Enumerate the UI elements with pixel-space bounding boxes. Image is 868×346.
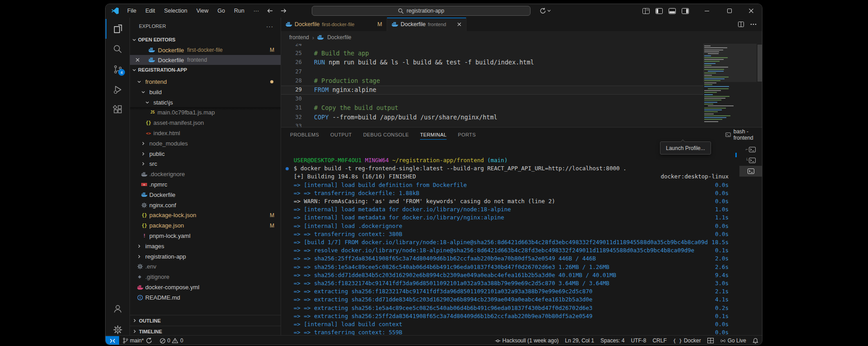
run-and-debug-icon: [112, 84, 123, 95]
terminal-line: => => sha256:dd71dde834b5c203d162902e6b8…: [294, 272, 729, 280]
tree-item-asset-manifest.json[interactable]: {}asset-manifest.json: [130, 118, 281, 128]
scm-badge: 4: [118, 69, 125, 76]
menu-selection[interactable]: Selection: [160, 4, 192, 18]
explorer-actions-button[interactable]: ···: [266, 18, 273, 35]
nav-back-icon[interactable]: [267, 4, 273, 18]
toggle-sidebar-left-icon: [656, 8, 663, 14]
code-editor[interactable]: 2425# Build the app26RUN npm run build &…: [281, 44, 762, 127]
tree-item-registration-app[interactable]: registration-app: [130, 251, 281, 262]
chevron-collapsed-icon: [141, 162, 145, 166]
breadcrumb-file[interactable]: Dockerfile: [327, 34, 351, 41]
tree-item-index.html[interactable]: <>index.html: [130, 128, 281, 138]
tree-item-docker-compose.yml[interactable]: docker-compose.yml: [130, 282, 281, 292]
activitybar-explorer[interactable]: [106, 19, 129, 39]
editor-tab-first-docker-file[interactable]: Dockerfilefirst-docker-fileM: [281, 18, 387, 31]
tree-item-.gitignore[interactable]: .gitignore: [130, 272, 281, 282]
tree-item-frontend[interactable]: frontend: [130, 77, 281, 87]
remote-indicator[interactable]: [106, 336, 119, 345]
tab-close-icon[interactable]: [457, 22, 462, 27]
tree-item-staticjs[interactable]: static\js: [130, 97, 281, 108]
activitybar-extensions[interactable]: [106, 100, 129, 120]
activitybar-search[interactable]: [106, 39, 129, 59]
status-cursor-position[interactable]: Ln 29, Col 1: [565, 337, 594, 344]
tree-item-.npmrc[interactable]: n.npmrc: [130, 179, 281, 190]
chevron-expanded-icon: [132, 68, 136, 72]
sync-branch-button[interactable]: [540, 4, 551, 18]
section-workspace[interactable]: REGISTRATION-APP: [130, 65, 281, 75]
tree-item-pnpm-lock.yaml[interactable]: !pnpm-lock.yaml: [130, 231, 281, 241]
terminal-line: => => extracting sha256:f18232174bc91741…: [294, 288, 729, 296]
nav-forward-icon[interactable]: [280, 4, 287, 18]
npm-file-icon: n: [141, 182, 147, 187]
terminal-line: => => extracting sha256:dd71dde834b5c203…: [294, 296, 729, 304]
status-eol[interactable]: CRLF: [652, 337, 666, 344]
open-editor-first-docker-file[interactable]: Dockerfilefirst-docker-fileM: [130, 45, 281, 55]
close-icon: [135, 58, 140, 62]
tree-item-nodemodules[interactable]: node_modules: [130, 138, 281, 149]
menu-view[interactable]: View: [192, 4, 213, 18]
menu-run[interactable]: Run: [230, 4, 249, 18]
tree-item-.env[interactable]: .env: [130, 261, 281, 272]
status-go-live[interactable]: Go Live: [720, 337, 746, 344]
section-outline[interactable]: OUTLINE: [130, 315, 281, 326]
status-git-blame[interactable]: Hacksoull (1 week ago): [495, 337, 559, 344]
terminal-tab-active[interactable]: [739, 166, 762, 177]
git-commit-icon: [495, 338, 501, 344]
tree-item-package.json[interactable]: {}package.jsonM: [130, 220, 281, 231]
tree-item-public[interactable]: public: [130, 149, 281, 159]
tree-item-build[interactable]: build: [130, 87, 281, 97]
terminal-line: USER@DESKTOP-M0F4OU1 MINGW64 ~/registrat…: [294, 157, 729, 165]
tree-item-package-lock.json[interactable]: {}package-lock.jsonM: [130, 210, 281, 220]
status-language-mode[interactable]: { }Docker: [673, 337, 701, 344]
terminal-line: => => sha256:f18232174bc91741fdf3da96d85…: [294, 280, 729, 288]
docker-file-icon: [141, 192, 148, 197]
tree-item-.dockerignore[interactable]: .dockerignore: [130, 169, 281, 179]
terminal-tab-split-1[interactable]: ⌐: [739, 144, 762, 155]
status-encoding[interactable]: UTF-8: [631, 337, 646, 344]
section-timeline[interactable]: TIMELINE: [130, 326, 281, 335]
status-notifications[interactable]: [753, 338, 758, 344]
terminal-tab-split-2[interactable]: └: [739, 155, 762, 166]
window-close-button[interactable]: [743, 4, 759, 18]
editor-tab-frontend[interactable]: Dockerfilefrontend: [387, 18, 466, 31]
breadcrumb[interactable]: frontend›Dockerfile: [281, 31, 762, 44]
tree-item-images[interactable]: images: [130, 241, 281, 251]
section-open-editors[interactable]: OPEN EDITORS: [130, 35, 281, 45]
branch-indicator[interactable]: main*: [123, 337, 152, 344]
menu-go[interactable]: Go: [213, 4, 230, 18]
tree-item-README.md[interactable]: README.md: [130, 292, 281, 303]
gear-file-icon: [137, 264, 143, 269]
docker-extension-icon: [707, 338, 714, 343]
editor-scrollbar[interactable]: [757, 45, 762, 82]
command-center-search[interactable]: registration-app: [312, 6, 531, 16]
explorer-sidebar: EXPLORER ··· OPEN EDITORSDockerfilefirst…: [130, 18, 281, 335]
activitybar-run-debug[interactable]: [106, 80, 129, 100]
menu-edit[interactable]: Edit: [141, 4, 160, 18]
breadcrumb-folder[interactable]: frontend: [289, 34, 309, 41]
menu-more[interactable]: ···: [249, 4, 264, 18]
tree-item-nginx.conf[interactable]: nginx.conf: [130, 200, 281, 210]
activitybar-account[interactable]: [106, 299, 129, 319]
status-ports[interactable]: [707, 338, 714, 343]
tree-item-src[interactable]: src: [130, 159, 281, 169]
close-icon: [457, 22, 462, 27]
status-indentation[interactable]: Spaces: 4: [600, 337, 624, 344]
notifications-bell-icon: [753, 338, 758, 344]
json-braces-icon: {}: [141, 223, 148, 228]
code-line-30: 30: [281, 95, 762, 104]
menu-file[interactable]: File: [123, 4, 141, 18]
problems-indicator[interactable]: 00: [160, 337, 183, 344]
tree-item-Dockerfile[interactable]: Dockerfile: [130, 190, 281, 200]
open-editor-frontend[interactable]: Dockerfilefrontend: [130, 55, 281, 65]
editor-more-actions[interactable]: [750, 23, 757, 25]
search-sidebar-icon: [112, 44, 123, 55]
search-icon: [398, 8, 404, 14]
terminal-line: => => extracting sha256:25ff2da83641908f…: [294, 313, 729, 321]
terminal-output[interactable]: USER@DESKTOP-M0F4OU1 MINGW64 ~/registrat…: [281, 127, 762, 335]
minimap[interactable]: [703, 44, 757, 127]
window-minimize-button[interactable]: [699, 4, 715, 18]
code-line-31: 31# Copy the build output: [281, 104, 762, 113]
split-editor-button[interactable]: [738, 22, 744, 27]
window-maximize-button[interactable]: [722, 4, 737, 18]
activitybar-source-control[interactable]: [106, 59, 129, 79]
